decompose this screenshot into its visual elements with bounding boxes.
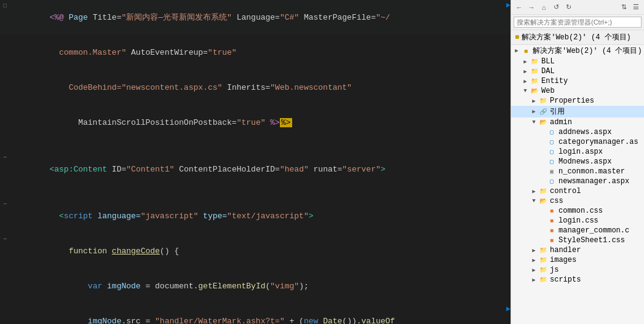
line-content: <asp:Content ID="Content1" ContentPlaceH… <box>10 152 511 187</box>
collapse-btn <box>0 70 10 82</box>
collapse-btn <box>0 187 10 199</box>
line-content <box>10 140 511 152</box>
tree-label: handler <box>550 246 581 255</box>
refresh-btn[interactable]: ↻ <box>563 2 574 13</box>
tree-area[interactable]: ▶ ◼ 解决方案'Web(2)' (4 个项目) ▶ 📁 BLL ▶ 📁 DAL… <box>511 45 644 324</box>
tree-item-scripts[interactable]: ▶ 📁 scripts <box>511 275 644 285</box>
folder-icon: 📁 <box>530 57 539 66</box>
code-line: MaintainScrollPositionOnPostback="true" … <box>0 105 511 140</box>
tree-item-stylesheet1[interactable]: ■ StyleSheet1.css <box>511 235 644 245</box>
code-line: common.Master" AutoEventWireup="true" <box>0 35 511 70</box>
collapse-btn[interactable]: − <box>0 152 10 164</box>
code-area[interactable]: □ <%@ Page Title="新闻内容—光哥新闻发布系统" Languag… <box>0 0 511 324</box>
editor-pane: □ <%@ Page Title="新闻内容—光哥新闻发布系统" Languag… <box>0 0 511 324</box>
code-line: − function changeCode() { <box>0 234 511 269</box>
tree-label: BLL <box>541 57 555 66</box>
tree-arrow: ▼ <box>521 88 530 94</box>
tree-arrow: ▶ <box>521 58 530 65</box>
tree-label: js <box>550 266 559 274</box>
tree-arrow <box>538 178 547 184</box>
right-arrow: ► <box>506 304 511 315</box>
line-content: <script language="javascript" type="text… <box>10 199 511 234</box>
tree-arrow <box>538 159 547 165</box>
undo-btn[interactable]: ↺ <box>551 2 562 13</box>
tree-item-dal[interactable]: ▶ 📁 DAL <box>511 66 644 76</box>
tree-item-entity[interactable]: ▶ 📁 Entity <box>511 76 644 86</box>
tree-label: DAL <box>541 67 555 76</box>
tree-item-images[interactable]: ▶ 📁 images <box>511 255 644 265</box>
tree-item-bll[interactable]: ▶ 📁 BLL <box>511 57 644 66</box>
aspx-icon: ▢ <box>547 128 557 136</box>
tree-item-references[interactable]: ▶ 🔗 引用 <box>511 106 644 117</box>
tree-label: categorymanager.as <box>559 138 638 146</box>
line-content: <%@ Page Title="新闻内容—光哥新闻发布系统" Language=… <box>10 0 505 35</box>
aspx-icon: ▢ <box>547 157 557 166</box>
back-btn[interactable]: ← <box>514 2 525 13</box>
tree-arrow <box>538 168 547 175</box>
tree-item-web[interactable]: ▼ 📂 Web <box>511 86 644 96</box>
collapse-btn <box>0 304 10 315</box>
line-content: common.Master" AutoEventWireup="true" <box>10 35 511 70</box>
tree-item-admin[interactable]: ▼ 📂 admin <box>511 117 644 127</box>
tree-item-properties[interactable]: ▶ 📁 Properties <box>511 96 644 106</box>
tree-label: login.aspx <box>559 148 603 156</box>
tree-item-addnews[interactable]: ▢ addnews.aspx <box>511 127 644 137</box>
css-icon: ■ <box>547 226 557 235</box>
css-icon: ■ <box>547 216 557 225</box>
tree-item-commoncss[interactable]: ■ common.css <box>511 206 644 216</box>
code-line: − <script language="javascript" type="te… <box>0 199 511 234</box>
line-content: CodeBehind="newscontent.aspx.cs" Inherit… <box>10 70 511 105</box>
folder-icon: 📁 <box>538 97 548 105</box>
tree-item-solution[interactable]: ▶ ◼ 解决方案'Web(2)' (4 个项目) <box>511 45 644 57</box>
home-btn[interactable]: ⌂ <box>538 2 549 13</box>
tree-item-master[interactable]: ▣ n_conmon.master <box>511 167 644 176</box>
collapse-btn[interactable]: − <box>0 199 10 210</box>
filter-btn[interactable]: ☰ <box>630 2 642 13</box>
tree-arrow: ▶ <box>521 68 530 75</box>
sidebar-pane: ← → ⌂ ↺ ↻ ⇅ ☰ ■ 解决方案'Web(2)' (4 个项目) ▶ ◼… <box>511 0 644 324</box>
search-input[interactable] <box>514 17 642 28</box>
aspx-icon: ▢ <box>547 148 557 156</box>
code-line: imgNode.src = "handler/WaterMark.ashx?t=… <box>0 304 511 324</box>
collapse-btn[interactable]: − <box>0 234 10 245</box>
tree-item-managercss[interactable]: ■ manager_common.c <box>511 226 644 235</box>
folder-icon: 📁 <box>530 77 539 85</box>
tree-item-control[interactable]: ▶ 📁 control <box>511 186 644 196</box>
tree-label: scripts <box>550 275 581 284</box>
forward-btn[interactable]: → <box>526 2 537 13</box>
collapse-btn <box>0 105 10 117</box>
tree-item-newsmanager[interactable]: ▢ newsmanager.aspx <box>511 176 644 186</box>
collapse-btn <box>0 269 10 280</box>
tree-label: images <box>550 256 576 264</box>
tree-label: 解决方案'Web(2)' (4 个项目) <box>533 45 642 56</box>
code-line: − <asp:Content ID="Content1" ContentPlac… <box>0 152 511 187</box>
line-content <box>10 187 511 199</box>
tree-arrow <box>538 237 547 243</box>
tree-arrow <box>538 129 547 135</box>
tree-item-categorymanager[interactable]: ▢ categorymanager.as <box>511 137 644 147</box>
folder-icon: 📁 <box>538 187 548 196</box>
tree-label: admin <box>550 118 572 127</box>
code-line: □ <%@ Page Title="新闻内容—光哥新闻发布系统" Languag… <box>0 0 511 35</box>
tree-arrow: ▶ <box>521 78 530 85</box>
tree-item-js[interactable]: ▶ 📁 js <box>511 265 644 275</box>
collapse-btn <box>0 35 10 47</box>
tree-item-logincss[interactable]: ■ login.css <box>511 216 644 226</box>
css-icon: ■ <box>547 207 557 215</box>
tree-item-css[interactable]: ▼ 📂 css <box>511 196 644 206</box>
tree-label: Properties <box>550 97 594 105</box>
master-icon: ▣ <box>547 167 557 176</box>
tree-item-modnews[interactable]: ▢ Modnews.aspx <box>511 157 644 167</box>
tree-item-login[interactable]: ▢ login.aspx <box>511 147 644 157</box>
tree-label: Modnews.aspx <box>559 157 611 166</box>
code-line: var imgNode = document.getElementById("v… <box>0 269 511 304</box>
tree-label: manager_common.c <box>559 226 629 235</box>
tree-arrow: ▶ <box>530 277 538 283</box>
sync-btn[interactable]: ⇅ <box>618 2 629 13</box>
folder-open-icon: 📂 <box>530 87 539 95</box>
code-line: CodeBehind="newscontent.aspx.cs" Inherit… <box>0 70 511 105</box>
collapse-btn[interactable]: □ <box>0 0 10 12</box>
line-content: var imgNode = document.getElementById("v… <box>10 269 511 304</box>
line-content: function changeCode() { <box>10 234 511 269</box>
tree-item-handler[interactable]: ▶ 📁 handler <box>511 245 644 255</box>
